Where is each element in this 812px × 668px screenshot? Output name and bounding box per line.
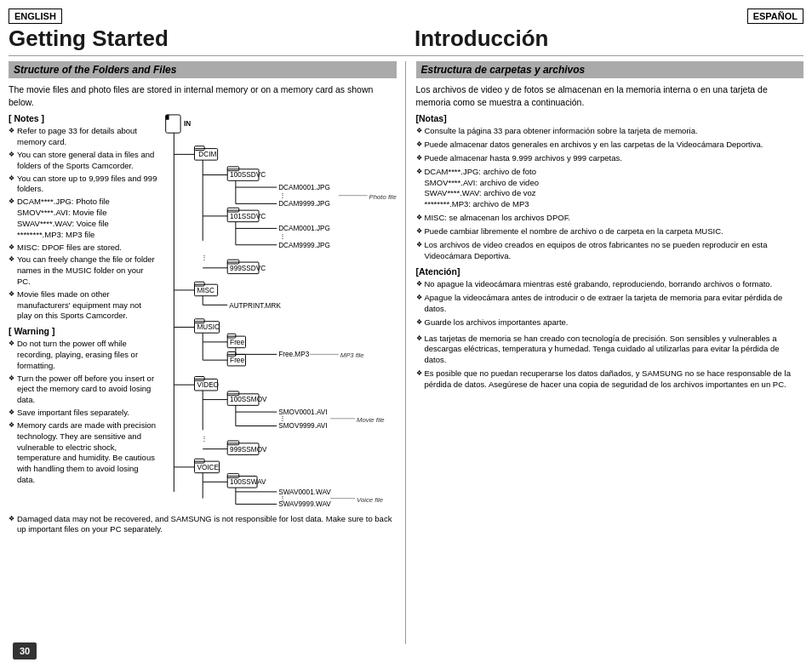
es-bottom-notes: Las tarjetas de memoria se han creado co…: [416, 334, 804, 391]
es-bottom-item: Las tarjetas de memoria se han creado co…: [416, 334, 804, 366]
es-notes-list: Consulte la página 33 para obtener infor…: [416, 126, 804, 261]
en-section-heading: Structure of the Folders and Files: [9, 61, 397, 78]
folder-diagram-svg: text { font-family: Arial, sans-serif; f…: [157, 113, 397, 508]
svg-text:SMOV9999.AVI: SMOV9999.AVI: [278, 423, 327, 431]
svg-text:DCAM9999.JPG: DCAM9999.JPG: [278, 201, 330, 208]
svg-text:Free: Free: [230, 357, 244, 364]
es-attention-item: Apague la videocámara antes de introduci…: [416, 293, 804, 315]
es-notes-heading: [Notas]: [416, 113, 804, 123]
note-item: Refer to page 33 for details about memor…: [9, 126, 157, 148]
note-item: DCAM****.JPG: Photo fileSMOV****.AVI: Mo…: [9, 197, 157, 240]
svg-text:Free.MP3: Free.MP3: [278, 351, 310, 359]
es-note-item: DCAM****.JPG: archivo de fotoSMOV****.AV…: [416, 167, 804, 210]
svg-text:⋮: ⋮: [201, 254, 208, 262]
warning-item: Do not turn the power off while recordin…: [9, 339, 157, 371]
svg-text:DCAM9999.JPG: DCAM9999.JPG: [278, 242, 330, 249]
warning-item: Turn the power off before you insert or …: [9, 374, 157, 406]
titles-row: Getting Started Introducción: [9, 26, 803, 56]
es-attention-heading: [Atención]: [416, 266, 804, 277]
svg-text:Voice file: Voice file: [357, 496, 383, 504]
svg-text:DCAM0001.JPG: DCAM0001.JPG: [278, 184, 330, 191]
main-content: Structure of the Folders and Files The m…: [9, 61, 803, 644]
english-title: Getting Started: [9, 26, 397, 52]
es-intro: Los archivos de video y de fotos se alma…: [416, 83, 804, 108]
svg-text:MISC: MISC: [197, 287, 214, 294]
english-column: Structure of the Folders and Files The m…: [9, 61, 406, 644]
svg-text:MP3 file: MP3 file: [340, 352, 364, 360]
diagram-area: [ Notes ] Refer to page 33 for details a…: [9, 113, 397, 510]
warning-item: Memory cards are made with precision tec…: [9, 420, 157, 486]
svg-text:SWAV0001.WAV: SWAV0001.WAV: [278, 488, 331, 496]
svg-text:⋮: ⋮: [279, 232, 286, 240]
diagram-col: text { font-family: Arial, sans-serif; f…: [157, 113, 397, 510]
note-item: MISC: DPOF files are stored.: [9, 243, 157, 254]
note-item: Movie files made on other manufacturers'…: [9, 289, 157, 322]
svg-text:⋮: ⋮: [279, 191, 286, 199]
bottom-warnings-list: Damaged data may not be recovered, and S…: [9, 514, 397, 536]
svg-text:SWAV9999.WAV: SWAV9999.WAV: [278, 501, 331, 509]
warning-item: Save important files separately.: [9, 408, 157, 419]
es-note-item: Puede almacenar datos generales en archi…: [416, 140, 804, 151]
svg-text:Photo file: Photo file: [369, 193, 397, 201]
es-section-heading: Estructura de carpetas y archivos: [416, 61, 804, 78]
svg-text:MUSIC: MUSIC: [197, 324, 220, 332]
svg-text:IN: IN: [184, 121, 191, 128]
top-bar: ENGLISH ESPAÑOL: [9, 9, 803, 24]
es-bottom-list: Las tarjetas de memoria se han creado co…: [416, 334, 804, 391]
page: ENGLISH ESPAÑOL Getting Started Introduc…: [0, 0, 812, 668]
notes-list: Refer to page 33 for details about memor…: [9, 126, 157, 322]
svg-rect-6: [195, 146, 205, 151]
es-note-item: Los archivos de video creados en equipos…: [416, 240, 804, 262]
en-intro: The movie files and photo files are stor…: [9, 83, 397, 108]
note-item: You can store up to 9,999 files and 999 …: [9, 174, 157, 196]
notes-heading: [ Notes ]: [9, 113, 157, 123]
warnings-list: Do not turn the power off while recordin…: [9, 339, 157, 486]
svg-rect-85: [195, 460, 205, 464]
svg-text:⋮: ⋮: [201, 435, 208, 442]
es-note-item: Consulte la página 33 para obtener infor…: [416, 126, 804, 137]
es-attention-item: Guarde los archivos importantes aparte.: [416, 317, 804, 328]
es-attention-item: No apague la videocámara mientras esté g…: [416, 279, 804, 290]
svg-text:VOICE: VOICE: [197, 464, 219, 471]
note-item: You can store general data in files and …: [9, 150, 157, 172]
svg-text:⋮: ⋮: [279, 414, 286, 422]
svg-text:DCIM: DCIM: [198, 151, 216, 159]
svg-text:100SSDVC: 100SSDVC: [230, 172, 266, 180]
svg-text:999SSMOV: 999SSMOV: [230, 446, 267, 454]
bottom-notes: Damaged data may not be recovered, and S…: [9, 514, 397, 536]
spanish-label: ESPAÑOL: [747, 9, 803, 24]
svg-text:VIDEO: VIDEO: [197, 381, 219, 389]
note-item: You can freely change the file or folder…: [9, 254, 157, 287]
svg-text:100SSMOV: 100SSMOV: [230, 397, 267, 404]
svg-text:999SSDVC: 999SSDVC: [230, 265, 266, 272]
svg-text:100SSWAV: 100SSWAV: [230, 479, 266, 487]
spanish-title: Introducción: [397, 26, 803, 52]
svg-text:101SSDVC: 101SSDVC: [230, 213, 266, 220]
bottom-warning-item: Damaged data may not be recovered, and S…: [9, 514, 397, 536]
es-note-item: Puede almacenar hasta 9.999 archivos y 9…: [416, 153, 804, 164]
notes-column: [ Notes ] Refer to page 33 for details a…: [9, 113, 157, 510]
spanish-column: Estructura de carpetas y archivos Los ar…: [406, 61, 804, 644]
svg-rect-1: [166, 115, 169, 120]
page-number: 30: [13, 642, 37, 659]
svg-text:DCAM0001.JPG: DCAM0001.JPG: [278, 226, 330, 233]
svg-text:Free: Free: [230, 339, 244, 346]
warning-heading: [ Warning ]: [9, 326, 157, 336]
svg-text:AUTPRINT.MRK: AUTPRINT.MRK: [229, 303, 281, 311]
svg-text:Movie file: Movie file: [357, 416, 385, 424]
svg-rect-45: [195, 319, 205, 323]
english-label: ENGLISH: [9, 9, 62, 24]
es-note-item: Puede cambiar libremente el nombre de ar…: [416, 226, 804, 237]
es-note-item: MISC: se almacenan los archivos DPOF.: [416, 213, 804, 224]
es-bottom-item: Es posible que no puedan recuperarse los…: [416, 368, 804, 391]
svg-rect-38: [195, 283, 205, 287]
es-attention-list: No apague la videocámara mientras esté g…: [416, 279, 804, 328]
